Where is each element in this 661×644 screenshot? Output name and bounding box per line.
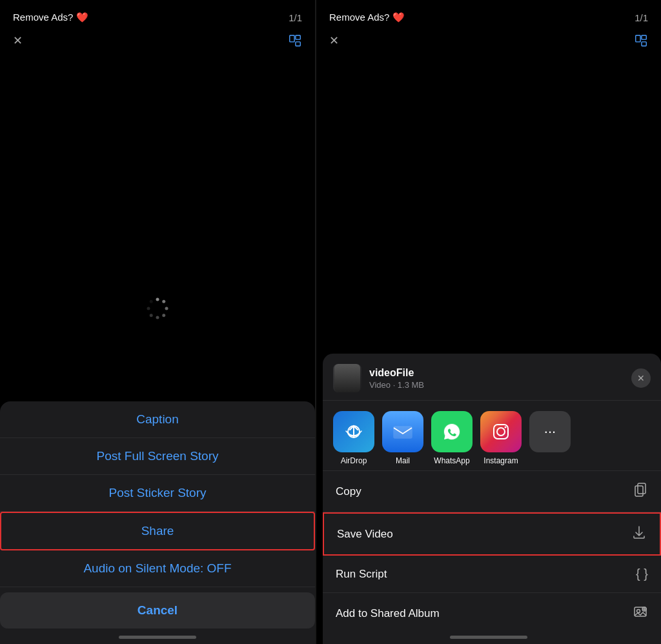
top-bar-left: Remove Ads? ❤️ 1/1: [0, 0, 315, 31]
file-name: videoFile: [369, 367, 631, 379]
svg-rect-12: [642, 35, 646, 39]
run-script-icon: { }: [636, 567, 648, 581]
instagram-label: Instagram: [483, 456, 518, 465]
svg-point-10: [150, 300, 153, 303]
whatsapp-label: WhatsApp: [434, 456, 469, 465]
copy-label: Copy: [336, 485, 361, 498]
post-full-screen-button[interactable]: Post Full Screen Story: [0, 438, 315, 475]
action-sheet-left: Caption Post Full Screen Story Post Stic…: [0, 401, 315, 644]
share-icon-top-left[interactable]: [288, 34, 302, 51]
save-video-icon: [631, 525, 647, 543]
counter-left: 1/1: [289, 12, 302, 23]
airdrop-app-item[interactable]: AirDrop: [333, 411, 374, 465]
counter-right: 1/1: [635, 12, 648, 23]
svg-point-18: [497, 428, 505, 436]
more-icon: ···: [529, 411, 571, 452]
home-indicator-right: [450, 636, 527, 639]
svg-rect-1: [296, 35, 300, 39]
remove-ads-left[interactable]: Remove Ads? ❤️: [13, 12, 88, 23]
svg-point-7: [156, 316, 159, 319]
copy-action[interactable]: Copy: [323, 471, 661, 512]
save-video-action[interactable]: Save Video: [323, 512, 661, 556]
home-indicator-left: [119, 636, 196, 639]
airdrop-icon: [333, 411, 374, 452]
svg-rect-0: [290, 35, 294, 42]
share-button[interactable]: Share: [0, 512, 315, 550]
mail-icon: [382, 411, 423, 452]
svg-point-6: [162, 314, 165, 317]
share-sheet: videoFile Video · 1.3 MB ✕ AirDrop: [323, 354, 661, 644]
run-script-label: Run Script: [336, 568, 387, 581]
whatsapp-icon: [431, 411, 473, 452]
whatsapp-app-item[interactable]: WhatsApp: [431, 411, 473, 465]
more-app-item[interactable]: ···: [529, 411, 571, 465]
share-icon-top-right[interactable]: [634, 34, 648, 51]
svg-rect-20: [638, 483, 646, 494]
cancel-button[interactable]: Cancel: [0, 592, 315, 629]
svg-rect-11: [636, 35, 640, 42]
post-sticker-button[interactable]: Post Sticker Story: [0, 475, 315, 512]
svg-point-4: [162, 300, 165, 303]
mail-app-item[interactable]: Mail: [382, 411, 423, 465]
caption-button[interactable]: Caption: [0, 401, 315, 438]
audio-silent-button[interactable]: Audio on Silent Mode: OFF: [0, 550, 315, 587]
top-bar-right: Remove Ads? ❤️ 1/1: [316, 0, 661, 31]
remove-ads-right[interactable]: Remove Ads? ❤️: [329, 12, 405, 23]
svg-point-19: [505, 427, 507, 428]
add-shared-album-label: Add to Shared Album: [336, 607, 440, 620]
share-sheet-close[interactable]: ✕: [631, 368, 651, 388]
phone-right: Remove Ads? ❤️ 1/1 ✕ videoFile Video · 1…: [316, 0, 661, 644]
svg-rect-15: [394, 427, 412, 438]
loading-spinner: [146, 297, 169, 323]
instagram-icon: [480, 411, 522, 452]
svg-point-3: [156, 298, 159, 301]
add-shared-album-icon: [633, 604, 648, 623]
file-thumbnail: [333, 364, 361, 392]
phone-left: Remove Ads? ❤️ 1/1 ✕ C: [0, 0, 316, 644]
svg-rect-21: [635, 486, 643, 496]
share-sheet-header: videoFile Video · 1.3 MB ✕: [323, 354, 661, 401]
svg-rect-2: [296, 42, 300, 46]
file-meta: Video · 1.3 MB: [369, 380, 631, 390]
file-info: videoFile Video · 1.3 MB: [369, 367, 631, 390]
copy-icon: [633, 482, 648, 501]
svg-point-5: [165, 307, 168, 310]
apps-row: AirDrop Mail: [323, 401, 661, 471]
add-shared-album-action[interactable]: Add to Shared Album: [323, 593, 661, 634]
svg-point-9: [147, 307, 150, 310]
svg-point-23: [637, 610, 640, 613]
run-script-action[interactable]: Run Script { }: [323, 556, 661, 593]
airdrop-label: AirDrop: [341, 456, 367, 465]
mail-label: Mail: [396, 456, 410, 465]
save-video-label: Save Video: [337, 528, 393, 541]
svg-rect-13: [642, 42, 646, 46]
close-button-left[interactable]: ✕: [13, 34, 23, 48]
svg-point-8: [150, 314, 153, 317]
instagram-app-item[interactable]: Instagram: [480, 411, 522, 465]
close-button-right[interactable]: ✕: [329, 34, 339, 48]
